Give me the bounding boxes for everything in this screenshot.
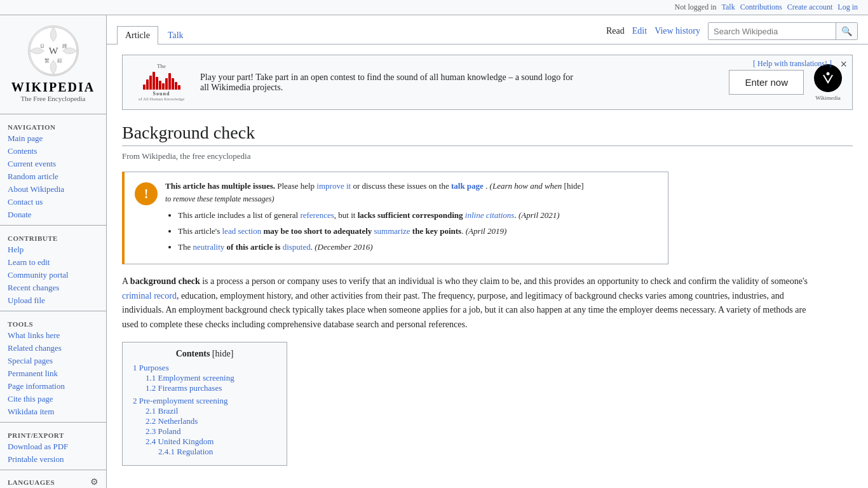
article-paragraph-1: A background check is a process a person… xyxy=(122,274,821,332)
enter-now-button[interactable]: Enter now xyxy=(729,70,804,95)
what-links-here-link[interactable]: What links here xyxy=(0,329,106,342)
nav-item: Contact us xyxy=(0,196,106,208)
page-layout: W Ω 維 繁 綜 Wikipedia The Free Encyclopedi… xyxy=(0,15,868,488)
random-article-link[interactable]: Random article xyxy=(0,170,106,183)
nav-item: Random article xyxy=(0,170,106,183)
current-events-link[interactable]: Current events xyxy=(0,158,106,170)
wikimedia-icon xyxy=(818,69,837,88)
printable-version-link[interactable]: Printable version xyxy=(0,453,106,466)
contributions-link[interactable]: Contributions xyxy=(740,3,782,12)
toc-link-firearms[interactable]: 1.2 Firearms purchases xyxy=(146,383,222,393)
tools-item: Page information xyxy=(0,380,106,393)
toc-link-netherlands[interactable]: 2.2 Netherlands xyxy=(146,416,198,426)
print-item: Printable version xyxy=(0,453,106,466)
not-logged-in: Not logged in xyxy=(675,3,717,12)
contents-link[interactable]: Contents xyxy=(0,145,106,158)
community-portal-link[interactable]: Community portal xyxy=(0,269,106,281)
toc-link-purposes[interactable]: 1 Purposes xyxy=(133,363,169,372)
recent-changes-link[interactable]: Recent changes xyxy=(0,281,106,294)
tools-section-title: Tools xyxy=(0,315,106,329)
toc-link-regulation[interactable]: 2.4.1 Regulation xyxy=(158,447,213,456)
contribute-section-title: Contribute xyxy=(0,229,106,243)
toc-item-2-4: 2.4 United Kingdom 2.4.1 Regulation xyxy=(146,437,276,457)
contact-us-link[interactable]: Contact us xyxy=(0,196,106,208)
search-box: 🔍 xyxy=(708,22,858,40)
sound-logo: The xyxy=(133,63,190,102)
search-button[interactable]: 🔍 xyxy=(836,23,857,39)
cite-this-page-link[interactable]: Cite this page xyxy=(0,393,106,405)
background-check-term: background check xyxy=(130,276,200,286)
donate-link[interactable]: Donate xyxy=(0,208,106,221)
contribute-list: Help Learn to edit Community portal Rece… xyxy=(0,243,106,307)
logo-area: W Ω 維 繁 綜 Wikipedia The Free Encyclopedi… xyxy=(0,20,106,110)
tab-article[interactable]: Article xyxy=(117,26,158,44)
banner-right: Enter now Wikimedia xyxy=(729,64,842,101)
improve-link[interactable]: improve it xyxy=(316,181,351,191)
nav-item: About Wikipedia xyxy=(0,183,106,196)
edit-tab[interactable]: Edit xyxy=(632,26,647,36)
toc-link-preemployment[interactable]: 2 Pre-employment screening xyxy=(133,396,227,405)
toc-item-2: 2 Pre-employment screening 2.1 Brazil 2.… xyxy=(133,396,276,457)
main-page-link[interactable]: Main page xyxy=(0,132,106,145)
contribute-item: Upload file xyxy=(0,294,106,307)
svg-text:維: 維 xyxy=(61,43,67,49)
learn-to-edit-link[interactable]: Learn to edit xyxy=(0,256,106,269)
tab-actions: Read Edit View history 🔍 xyxy=(606,22,858,44)
gear-icon[interactable]: ⚙ xyxy=(90,477,98,487)
upload-file-link[interactable]: Upload file xyxy=(0,294,106,307)
disputed-link[interactable]: disputed xyxy=(283,242,311,252)
toc-label: Contents xyxy=(176,349,210,358)
article-body: A background check is a process a person… xyxy=(122,274,821,332)
toc-link-employment[interactable]: 1.1 Employment screening xyxy=(146,373,234,383)
tab-talk[interactable]: Talk xyxy=(159,26,192,44)
site-title: Wikipedia xyxy=(10,80,96,95)
search-input[interactable] xyxy=(709,23,836,39)
help-link[interactable]: Help xyxy=(0,243,106,256)
page-information-link[interactable]: Page information xyxy=(0,380,106,393)
talk-page-link[interactable]: talk page xyxy=(451,181,484,191)
toc-link-brazil[interactable]: 2.1 Brazil xyxy=(146,406,178,416)
neutrality-link[interactable]: neutrality xyxy=(193,242,224,252)
create-account-link[interactable]: Create account xyxy=(787,3,833,12)
main-content: The xyxy=(107,44,868,482)
tools-item: Cite this page xyxy=(0,393,106,405)
references-link[interactable]: references xyxy=(300,210,334,220)
talk-link[interactable]: Talk xyxy=(722,3,735,12)
nav-item: Main page xyxy=(0,132,106,145)
contribute-item: Help xyxy=(0,243,106,256)
wikimedia-logo: Wikimedia xyxy=(814,64,842,101)
summarize-link[interactable]: summarize xyxy=(374,226,410,236)
tab-bar: Article Talk Read Edit View history 🔍 xyxy=(107,15,868,44)
toc-link-uk[interactable]: 2.4 United Kingdom xyxy=(146,437,214,446)
permanent-link-link[interactable]: Permanent link xyxy=(0,367,106,380)
download-pdf-link[interactable]: Download as PDF xyxy=(0,440,106,453)
issues-hide[interactable]: [hide] xyxy=(564,181,584,191)
related-changes-link[interactable]: Related changes xyxy=(0,342,106,355)
sidebar: W Ω 維 繁 綜 Wikipedia The Free Encyclopedi… xyxy=(0,15,107,488)
read-tab[interactable]: Read xyxy=(606,26,625,36)
about-wikipedia-link[interactable]: About Wikipedia xyxy=(0,183,106,196)
languages-section: Languages ⚙ xyxy=(0,474,106,488)
special-pages-link[interactable]: Special pages xyxy=(0,355,106,367)
help-translations-link[interactable]: [ Help with translations! ] xyxy=(753,59,832,69)
close-banner-button[interactable]: × xyxy=(840,58,847,71)
toc-item-2-4-1: 2.4.1 Regulation xyxy=(158,447,276,457)
globe-svg: W Ω 維 繁 綜 xyxy=(29,25,78,76)
issues-remove: to remove these template messages) xyxy=(165,193,584,205)
toc-title: Contents [hide] xyxy=(133,349,276,359)
wikidata-item-link[interactable]: Wikidata item xyxy=(0,405,106,418)
toc-link-poland[interactable]: 2.3 Poland xyxy=(146,426,181,436)
view-history-tab[interactable]: View history xyxy=(654,26,700,36)
nav-section-title: Navigation xyxy=(0,118,106,132)
nav-item: Current events xyxy=(0,158,106,170)
nav-item: Contents xyxy=(0,145,106,158)
inline-citations-link[interactable]: inline citations xyxy=(465,210,515,220)
toc-hide[interactable]: [hide] xyxy=(212,349,233,358)
lead-section-link[interactable]: lead section xyxy=(222,226,262,236)
criminal-record-link[interactable]: criminal record xyxy=(122,291,177,301)
log-in-link[interactable]: Log in xyxy=(837,3,858,12)
toc-item-1-1: 1.1 Employment screening xyxy=(146,373,276,383)
warning-icon: ! xyxy=(135,182,158,205)
contribute-item: Learn to edit xyxy=(0,256,106,269)
languages-title: Languages xyxy=(8,478,55,486)
